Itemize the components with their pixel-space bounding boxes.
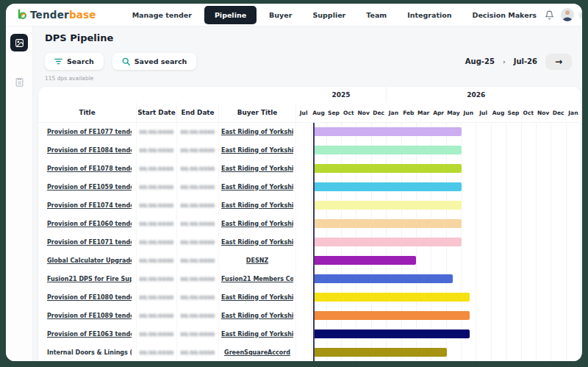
redacted-end-date: 00/00/0000 [180, 203, 215, 209]
gantt-bar[interactable] [313, 219, 462, 228]
buyer-link[interactable]: Fusion21 Members Consortium [221, 276, 293, 283]
buyer-link[interactable]: GreenSquareAccord [224, 349, 290, 357]
next-period-button[interactable]: → [545, 54, 572, 70]
redacted-start-date: 00/00/0000 [139, 240, 173, 246]
cell-title: Global Calculator Upgrade [38, 252, 137, 270]
column-header-row: Title Start Date End Date Buyer Title Ju… [38, 103, 581, 123]
nav-item-integration[interactable]: Integration [399, 7, 459, 24]
gantt-bar[interactable] [313, 348, 447, 357]
brand-logo[interactable]: Tenderbase [16, 9, 96, 21]
cell-start-date: 00/00/0000 [137, 160, 177, 178]
cell-end-date: 00/00/0000 [177, 196, 219, 215]
buyer-link[interactable]: East Riding of Yorkshire Council [221, 165, 293, 173]
redacted-end-date: 00/00/0000 [180, 313, 215, 319]
gantt-lane [296, 196, 581, 215]
gantt-bar[interactable] [313, 238, 462, 246]
title-link[interactable]: Fusion21 DPS for Fire Suppression S... [47, 276, 132, 283]
redacted-start-date: 00/00/0000 [139, 313, 173, 319]
column-header-end-date[interactable]: End Date [177, 103, 219, 122]
cell-start-date: 00/00/0000 [137, 141, 177, 160]
cell-title: Provision of FE1077 tendered under ... [38, 123, 137, 141]
redacted-start-date: 00/00/0000 [139, 148, 173, 154]
buyer-link[interactable]: East Riding of Yorkshire Council [221, 313, 293, 320]
title-link[interactable]: Provision of FE1078 tendered under ... [47, 165, 132, 173]
title-link[interactable]: Provision of FE1089 tendered under... [47, 313, 132, 320]
buyer-link[interactable]: East Riding of Yorkshire Council [221, 294, 293, 302]
buyer-link[interactable]: East Riding of Yorkshire Council [221, 239, 293, 246]
nav-item-buyer[interactable]: Buyer [261, 7, 300, 24]
nav-item-supplier[interactable]: Supplier [304, 7, 354, 24]
header-spacer [38, 87, 296, 103]
saved-search-button[interactable]: Saved search [112, 53, 197, 70]
gantt-bar[interactable] [313, 146, 462, 154]
title-text: Internal Doors & Linings (DPS) - Per... [47, 349, 132, 357]
nav-item-manage-tender[interactable]: Manage tender [124, 7, 200, 24]
buyer-link[interactable]: East Riding of Yorkshire Council [221, 331, 293, 338]
cell-start-date: 00/00/0000 [137, 233, 177, 252]
column-header-buyer-title[interactable]: Buyer Title [219, 103, 296, 122]
month-label: Feb [401, 103, 416, 122]
title-link[interactable]: Provision of FE1060 tendered under... [47, 221, 132, 228]
gantt-lane [296, 178, 581, 196]
nav-item-pipeline[interactable]: Pipeline [204, 6, 257, 24]
redacted-start-date: 00/00/0000 [139, 221, 173, 227]
gantt-bar[interactable] [313, 329, 470, 338]
gantt-bar[interactable] [313, 201, 462, 210]
buyer-link[interactable]: DESNZ [246, 257, 268, 265]
title-link[interactable]: Provision of FE1059 tendered under... [47, 184, 132, 191]
cell-title: Provision of FE1063 tendered under ... [38, 325, 137, 343]
cell-buyer: East Riding of Yorkshire Council [219, 215, 296, 233]
gantt-lane [296, 215, 581, 233]
cell-end-date: 00/00/0000 [177, 288, 219, 307]
sidebar-item-documents[interactable] [12, 75, 26, 88]
cell-start-date: 00/00/0000 [137, 288, 177, 307]
gantt-bar[interactable] [313, 274, 453, 283]
buyer-link[interactable]: East Riding of Yorkshire Council [221, 147, 293, 154]
cell-end-date: 00/00/0000 [177, 160, 219, 178]
table-row: Fusion21 DPS for Fire Suppression S...00… [38, 270, 581, 288]
gantt-bar[interactable] [313, 164, 462, 173]
range-end-label[interactable]: Jul-26 [514, 57, 537, 65]
nav-item-decision-makers[interactable]: Decision Makers [465, 7, 545, 24]
month-label: Nov [356, 103, 371, 122]
redacted-start-date: 00/00/0000 [139, 203, 173, 209]
title-link[interactable]: Provision of FE1063 tendered under ... [47, 331, 132, 338]
redacted-end-date: 00/00/0000 [180, 166, 215, 172]
buyer-link[interactable]: East Riding of Yorkshire Council [221, 129, 293, 136]
buyer-link[interactable]: East Riding of Yorkshire Council [221, 221, 293, 228]
controls-row: Search Saved search Aug-25 › Jul-26 → [45, 53, 572, 70]
nav-item-team[interactable]: Team [358, 7, 395, 24]
title-link[interactable]: Global Calculator Upgrade [47, 257, 132, 265]
month-label: Jul [476, 103, 491, 122]
gantt-bar[interactable] [313, 127, 462, 136]
cell-buyer: GreenSquareAccord [219, 343, 296, 361]
table-row: Provision of FE1084 tendered under...00/… [38, 141, 581, 160]
bell-icon[interactable] [545, 10, 554, 20]
gantt-bar[interactable] [313, 182, 462, 191]
sidebar-item-pipeline-view[interactable] [10, 34, 28, 51]
gantt-lane [296, 233, 581, 252]
title-link[interactable]: Provision of FE1077 tendered under ... [47, 129, 132, 136]
title-link[interactable]: Provision of FE1080 tendered under... [47, 294, 132, 302]
cell-buyer: East Riding of Yorkshire Council [219, 178, 296, 196]
search-icon [122, 57, 130, 65]
title-link[interactable]: Provision of FE1071 tendered under ... [47, 239, 132, 246]
title-link[interactable]: Provision of FE1074 tendered under ... [47, 202, 132, 210]
column-header-title[interactable]: Title [38, 103, 137, 122]
buyer-link[interactable]: East Riding of Yorkshire Council [221, 184, 293, 191]
gantt-lane [296, 141, 581, 160]
column-header-start-date[interactable]: Start Date [137, 103, 177, 122]
title-link[interactable]: Provision of FE1084 tendered under... [47, 147, 132, 154]
cell-title: Provision of FE1089 tendered under... [38, 307, 137, 325]
table-row: Internal Doors & Linings (DPS) - Per...0… [38, 343, 581, 361]
search-button[interactable]: Search [45, 53, 104, 70]
range-start-label[interactable]: Aug-25 [465, 57, 495, 65]
gantt-bar[interactable] [313, 256, 416, 265]
cell-title: Provision of FE1059 tendered under... [38, 178, 137, 196]
avatar[interactable] [561, 8, 574, 21]
gantt-bar[interactable] [313, 311, 470, 320]
cell-start-date: 00/00/0000 [137, 343, 177, 361]
cell-start-date: 00/00/0000 [137, 325, 177, 343]
buyer-link[interactable]: East Riding of Yorkshire Council [221, 202, 293, 210]
gantt-bar[interactable] [313, 293, 470, 302]
